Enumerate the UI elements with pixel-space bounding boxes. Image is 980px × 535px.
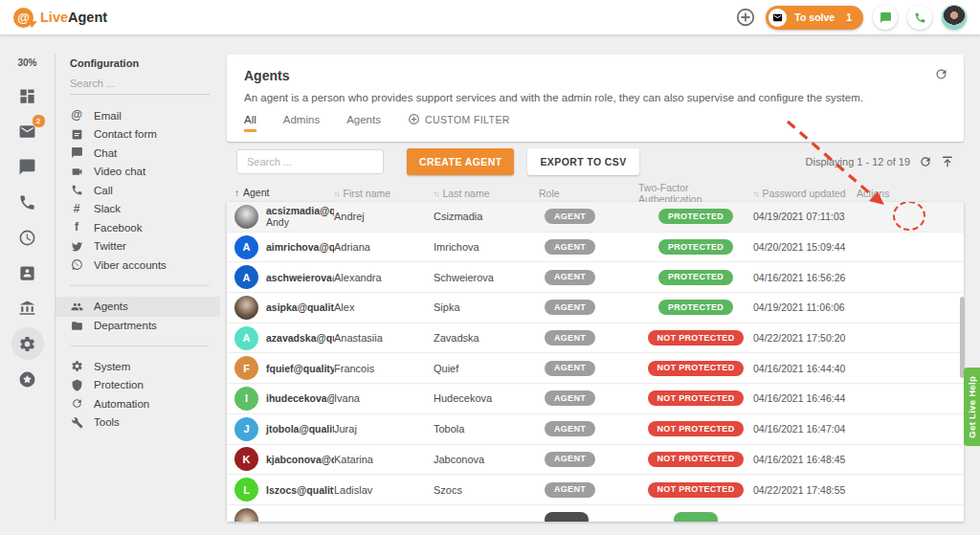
edit-button[interactable]	[857, 362, 870, 375]
edit-button[interactable]	[857, 331, 870, 345]
delete-button[interactable]	[902, 210, 916, 223]
sidebar-item-call[interactable]: Call	[56, 181, 220, 200]
call-button[interactable]	[907, 5, 932, 30]
sidebar-item-tools[interactable]: Tools	[56, 413, 220, 433]
create-agent-button[interactable]: CREATE AGENT	[407, 148, 514, 175]
edit-button[interactable]	[857, 301, 870, 314]
edit-button[interactable]	[857, 422, 870, 435]
rail-item-grid[interactable]	[11, 79, 44, 112]
sidebar-item-automation[interactable]: Automation	[56, 394, 220, 413]
sidebar-item-label: Viber accounts	[94, 259, 167, 271]
table-row[interactable]	[227, 505, 964, 522]
edit-button[interactable]	[857, 391, 870, 405]
tab-all[interactable]: All	[244, 114, 256, 132]
tab-admins[interactable]: Admins	[283, 114, 320, 132]
rail-item-gear[interactable]	[11, 327, 44, 360]
sidebar-item-slack[interactable]: #Slack	[56, 200, 220, 219]
rail-item-bank[interactable]	[11, 292, 44, 324]
edit-button[interactable]	[857, 210, 870, 223]
copy-button[interactable]	[880, 391, 893, 405]
export-to-csv-button[interactable]: EXPORT TO CSV	[527, 148, 638, 175]
table-row[interactable]: acsizmadia@qual Andy Andrej Csizmadia AG…	[227, 202, 964, 233]
copy-button[interactable]	[880, 483, 893, 497]
edit-button[interactable]	[857, 513, 870, 522]
sidebar-item-protection[interactable]: Protection	[56, 376, 220, 395]
rail-item-phone[interactable]	[11, 186, 44, 218]
copy-button[interactable]	[880, 513, 893, 522]
table-row[interactable]: asipka@qualityun Alex Sipka AGENT PROTEC…	[227, 293, 964, 323]
copy-button[interactable]	[880, 453, 893, 466]
chat-button[interactable]	[873, 5, 898, 30]
sidebar-item-video-chat[interactable]: Video chat	[56, 163, 220, 182]
add-circle-icon[interactable]	[735, 7, 756, 28]
delete-button[interactable]	[902, 513, 916, 522]
table-header-row: ↑Agent↑↓First name↑↓Last nameRoleTwo-Fac…	[227, 182, 964, 202]
delete-button[interactable]	[902, 422, 916, 435]
two-factor-badge: NOT PROTECTED	[648, 452, 745, 467]
delete-button[interactable]	[902, 483, 916, 497]
table-row[interactable]: F fquief@qualityuni Francois Quief AGENT…	[227, 353, 964, 384]
top-bar: @ LiveAgent To solve 1	[0, 0, 980, 34]
sidebar-item-contact-form[interactable]: Contact form	[56, 125, 220, 145]
edit-button[interactable]	[857, 240, 870, 254]
menu-divider	[70, 346, 210, 346]
logo-bubble-icon: @	[13, 8, 33, 28]
table-row[interactable]: A azavadska@quali Anastasiia Zavadska AG…	[227, 323, 964, 354]
delete-button[interactable]	[902, 301, 916, 314]
to-solve-button[interactable]: To solve 1	[766, 6, 863, 30]
delete-button[interactable]	[902, 362, 916, 375]
copy-button[interactable]	[880, 210, 893, 223]
delete-button[interactable]	[902, 240, 916, 254]
search-input[interactable]	[236, 149, 384, 174]
refresh-icon[interactable]	[934, 67, 948, 81]
table-row[interactable]: A aimrichova@quali Adriana Imrichova AGE…	[227, 233, 964, 263]
table-row[interactable]: J jtobola@qualityur Juraj Tobola AGENT N…	[227, 414, 964, 445]
delete-button[interactable]	[902, 331, 916, 345]
configuration-search-input[interactable]	[70, 69, 210, 95]
copy-button[interactable]	[880, 422, 893, 435]
scroll-to-top-icon[interactable]	[941, 155, 954, 168]
sidebar-item-chat[interactable]: Chat	[56, 144, 220, 163]
sidebar-item-facebook[interactable]: fFacebook	[56, 218, 220, 237]
tab-custom-filter[interactable]: CUSTOM FILTER	[408, 113, 510, 132]
delete-button[interactable]	[902, 453, 916, 466]
sidebar-item-viber-accounts[interactable]: Viber accounts	[56, 256, 220, 275]
get-live-help-tab[interactable]: Get Live Help	[964, 368, 980, 446]
sidebar-item-system[interactable]: System	[56, 357, 220, 376]
sidebar-item-departments[interactable]: Departments	[56, 317, 220, 336]
copy-button[interactable]	[880, 301, 893, 314]
user-avatar[interactable]	[942, 5, 967, 30]
rail-item-envelope[interactable]: 2	[11, 115, 44, 147]
page-title: Agents	[244, 68, 947, 83]
table-row[interactable]: L lszocs@qualityun Ladislav Szocs AGENT …	[227, 475, 964, 505]
rail-item-clock[interactable]	[11, 221, 44, 254]
video-icon	[70, 165, 83, 178]
sidebar-item-twitter[interactable]: Twitter	[56, 237, 220, 256]
last-name-cell: Sipka	[434, 301, 539, 313]
sidebar-item-label: Call	[94, 185, 113, 196]
rail-item-contact-card[interactable]	[11, 256, 44, 289]
edit-button[interactable]	[857, 453, 870, 466]
delete-button[interactable]	[902, 271, 916, 284]
copy-button[interactable]	[880, 362, 893, 375]
rail-item-star-circle[interactable]	[11, 363, 44, 395]
rail-item-chat[interactable]	[11, 150, 44, 183]
scrollbar-thumb[interactable]	[960, 297, 965, 378]
table-row[interactable]: K kjabconova@qual Katarina Jabconova AGE…	[227, 445, 964, 476]
refresh-icon[interactable]	[919, 155, 932, 168]
copy-button[interactable]	[880, 271, 893, 284]
sidebar-item-agents[interactable]: Agents	[56, 297, 220, 317]
avatar: F	[234, 356, 258, 380]
table-row[interactable]: A aschweierova@qu Alexandra Schweierova …	[227, 262, 964, 293]
phone-icon	[18, 193, 36, 212]
delete-button[interactable]	[902, 391, 916, 405]
liveagent-logo[interactable]: @ LiveAgent	[13, 8, 107, 28]
edit-button[interactable]	[857, 271, 870, 284]
table-row[interactable]: I ihudecekova@qu Ivana Hudecekova AGENT …	[227, 384, 964, 414]
sidebar-item-email[interactable]: @Email	[56, 106, 220, 125]
sidebar-item-label: Facebook	[94, 222, 143, 234]
tab-agents[interactable]: Agents	[346, 114, 381, 132]
edit-button[interactable]	[857, 483, 870, 497]
copy-button[interactable]	[880, 331, 893, 345]
copy-button[interactable]	[880, 240, 893, 254]
